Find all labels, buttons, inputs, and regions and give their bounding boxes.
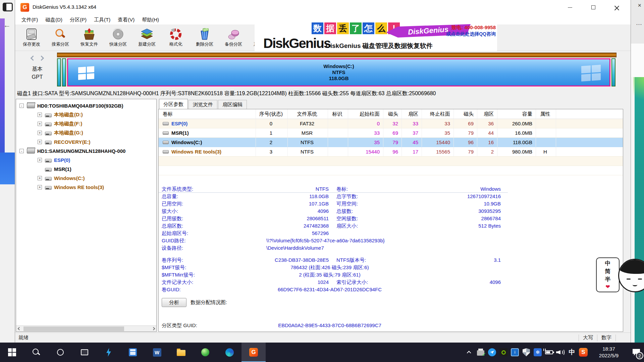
tree-horizontal-scrollbar[interactable] (16, 325, 156, 331)
cell-end-head: 79 (454, 147, 477, 156)
scroll-right-arrow-icon[interactable] (150, 326, 156, 332)
cortana-button[interactable] (48, 343, 72, 362)
ad-banner[interactable]: DiskGenius 数 据 丢 了 怎 么 (255, 22, 497, 51)
taskbar-diskgenius-active[interactable]: G (241, 343, 266, 362)
tray-security-alert[interactable] (521, 343, 532, 362)
partition-segment-msr[interactable] (62, 58, 66, 86)
pinned-app-file-explorer[interactable] (169, 343, 193, 362)
pinned-app-store[interactable] (121, 343, 145, 362)
tree-item[interactable]: + RECOVERY(E:) (16, 137, 156, 146)
tab[interactable]: 扇区编辑 (218, 100, 247, 109)
pinned-app-edge[interactable] (217, 343, 241, 362)
sogou-icon: S (579, 348, 588, 357)
tree-expander[interactable]: + (38, 158, 42, 162)
tab[interactable]: 浏览文件 (189, 100, 217, 109)
tray-sogou[interactable]: S (578, 343, 589, 362)
cell-start-cylinder: 33 (348, 128, 383, 137)
recover-files-button[interactable]: 恢复文件 (75, 24, 104, 51)
task-view-button[interactable] (72, 343, 97, 362)
toolbar: 保存更改 搜索分区 恢复文件 快速分区 (15, 24, 631, 51)
background-more-icon[interactable]: ⋯ (636, 21, 642, 28)
partition-icon (163, 150, 169, 154)
format-button[interactable]: 格式化 (161, 24, 190, 51)
tree-expander[interactable]: + (38, 113, 42, 117)
menu-item[interactable]: 帮助(H) (138, 15, 163, 24)
save-changes-button[interactable]: 保存更改 (17, 24, 46, 51)
tray-intel-graphics[interactable]: i (509, 343, 521, 362)
guid-value: EBD0A0A2-B9E5-4433-87C0-68B6B72699C7 (236, 322, 424, 330)
backup-partition-button[interactable]: 备份分区 (219, 24, 248, 51)
minimize-button[interactable] (560, 0, 579, 15)
detail-label (332, 244, 385, 252)
detail-row: GUID路径: \\?\Volume{fcf0fc5b-5207-47ce-a6… (159, 237, 623, 244)
tab[interactable]: 分区参数 (159, 99, 188, 109)
scrollbar-thumb[interactable] (23, 326, 124, 331)
scroll-left-arrow-icon[interactable] (16, 326, 22, 332)
tree-expander[interactable]: + (38, 185, 42, 189)
action-center-button[interactable]: 2 (629, 343, 644, 362)
tree-item[interactable]: MSR(1) (16, 165, 156, 174)
tree-item[interactable]: + Windows(C:) (16, 174, 156, 183)
tree-expander[interactable]: + (38, 122, 42, 126)
tree-expander[interactable]: - (19, 104, 24, 108)
menu-item[interactable]: 工具(T) (90, 15, 114, 24)
tray-expand-button[interactable] (464, 343, 475, 362)
tree-item[interactable]: + ESP(0) (16, 156, 156, 165)
menu-item[interactable]: 查看(V) (114, 15, 138, 24)
partition-segment-windows-c[interactable]: Windows(C:) NTFS 118.0GB (67, 58, 610, 86)
cell-capacity: 16.0MB (497, 128, 536, 137)
taskbar-clock[interactable]: 18:37 2022/5/9 (589, 346, 629, 359)
wallpaper-purple-strip (0, 18, 5, 153)
tray-printer[interactable]: ✓ (475, 343, 486, 362)
partition-segment-esp[interactable] (57, 58, 61, 86)
graph-prev-arrow-icon[interactable] (31, 56, 36, 61)
background-scrollbar[interactable] (631, 77, 635, 343)
table-row[interactable]: Windows(C:) 2 NTFS 35 79 45 15440 96 16 (159, 138, 623, 147)
delete-partition-button[interactable]: 删除分区 (190, 24, 219, 51)
ime-status-widget[interactable]: 中 简 半 ❤ (596, 257, 644, 294)
graph-next-arrow-icon[interactable] (39, 56, 44, 61)
tray-power[interactable] (543, 343, 555, 362)
tree-expander[interactable]: + (38, 176, 42, 180)
maximize-button[interactable] (584, 0, 603, 15)
detail-value: 28068511 (236, 215, 329, 222)
partition-segment-re-tools[interactable] (611, 58, 615, 86)
close-button[interactable] (607, 0, 626, 15)
banner-qq-link[interactable]: 或点击此处选择QQ咨询 (446, 31, 496, 37)
pinned-app-green-browser[interactable] (193, 343, 217, 362)
tree-expander[interactable]: + (38, 140, 42, 144)
new-partition-button[interactable]: 新建分区 (132, 24, 161, 51)
tree-expander[interactable]: + (38, 131, 42, 135)
ime-status-card[interactable]: 中 简 半 ❤ (596, 257, 620, 292)
tray-freeze-tool[interactable]: ❄ (532, 343, 543, 362)
pinned-app-lightning[interactable] (97, 343, 121, 362)
tray-thunder[interactable] (486, 343, 498, 362)
tree-item[interactable]: - HD1:SAMSUNGMZNLN128HAHQ-000 (16, 146, 156, 156)
analyze-button[interactable]: 分析 (162, 298, 186, 307)
tray-volume[interactable] (555, 343, 566, 362)
table-row[interactable]: MSR(1) 1 MSR 33 69 37 35 79 44 16.0MB (159, 128, 623, 138)
disk-span-bar[interactable] (57, 53, 616, 57)
menu-item[interactable]: 文件(F) (18, 15, 42, 24)
tree-item[interactable]: - HD0:TOSHIBAMQ04ABF100(932GB) (16, 101, 156, 110)
detail-value: 2 (柱面:35 磁头:79 扇区:61) (236, 271, 424, 279)
search-partition-button[interactable]: 搜索分区 (46, 24, 75, 51)
tray-ime-mode[interactable]: 中 (566, 343, 578, 362)
menu-item[interactable]: 磁盘(D) (42, 15, 66, 24)
menu-item[interactable]: 分区(P) (66, 15, 90, 24)
scrollbar-track[interactable] (22, 326, 150, 331)
taskbar-search-button[interactable] (24, 343, 48, 362)
tray-nvidia[interactable] (498, 343, 509, 362)
start-button[interactable] (0, 343, 24, 362)
tree-expander[interactable]: - (19, 149, 24, 153)
pinned-app-word[interactable]: W (145, 343, 169, 362)
tree-item[interactable]: + 本地磁盘(F:) (16, 119, 156, 128)
table-row[interactable]: Windows RE tools(3) 3 NTFS 15440 96 17 1… (159, 147, 623, 157)
tree-item[interactable]: + 本地磁盘(D:) (16, 110, 156, 119)
table-row[interactable]: ESP(0) 0 FAT32 0 32 33 33 69 36 260.0MB (159, 119, 623, 128)
tree-item[interactable]: + 本地磁盘(G:) (16, 128, 156, 137)
tree-item[interactable]: + Windows RE tools(3) (16, 183, 156, 192)
terminal-window-icon[interactable] (3, 3, 13, 11)
background-close-icon[interactable]: × (638, 2, 641, 9)
quick-partition-button[interactable]: 快速分区 (104, 24, 132, 51)
